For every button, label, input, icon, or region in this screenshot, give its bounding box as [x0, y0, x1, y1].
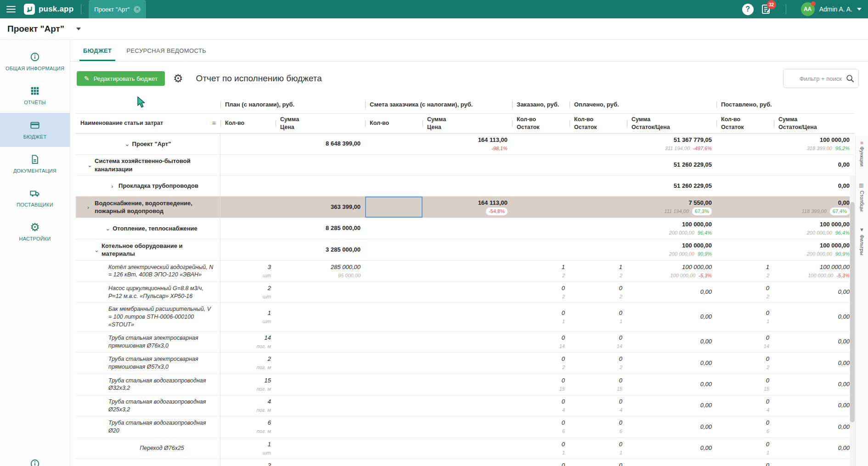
cell-opl_qty[interactable]: 014 [569, 331, 627, 352]
cell-plan_qty[interactable]: 2шт [220, 282, 276, 303]
cell-plan_sum[interactable] [276, 395, 365, 416]
row-name-cell[interactable]: Насос циркуляционный G=8.8 м3/ч, P=12 м.… [76, 282, 220, 303]
cell-plan_qty[interactable] [220, 239, 276, 260]
row-name-cell[interactable]: Труба стальная водогазопроводная Ø20 [76, 416, 220, 437]
group-header-cell[interactable] [76, 95, 220, 113]
cell-plan_sum[interactable] [276, 303, 365, 331]
cell-smeta_qty[interactable] [365, 353, 423, 373]
expand-icon[interactable]: › [111, 183, 118, 190]
cell-smeta_sum[interactable]: 164 113,00-54,8% [423, 197, 512, 218]
scrollbar-thumb[interactable] [850, 202, 855, 422]
tab-budget[interactable]: БЮДЖЕТ [76, 40, 119, 61]
cell-plan_sum[interactable] [276, 438, 365, 459]
cell-opl_sum[interactable]: 100 000,00200 000,0096,4% [627, 218, 716, 239]
row-name-cell[interactable]: ⌄Проект "Арт" [76, 134, 220, 154]
cell-smeta_sum[interactable] [423, 282, 512, 303]
row-name-cell[interactable]: ⌄Котельное оборудование и материалы [76, 239, 220, 260]
cell-plan_qty[interactable] [220, 197, 276, 218]
cell-opl_qty[interactable]: 06 [569, 416, 627, 437]
cell-opl_qty[interactable]: 04 [569, 395, 627, 416]
sidebar-item-info[interactable]: ОБЩАЯ ИНФОРМАЦИЯ [0, 45, 70, 79]
cell-smeta_qty[interactable] [365, 395, 423, 416]
cell-smeta_sum[interactable] [423, 155, 512, 175]
row-name-cell[interactable]: Труба стальная водогазопроводная Ø25х3,2 [76, 395, 220, 416]
cell-plan_qty[interactable] [220, 218, 276, 239]
column-header-plan_qty[interactable]: Кол-во [220, 114, 276, 133]
expand-icon[interactable]: ⌄ [94, 247, 101, 253]
cell-plan_qty[interactable] [220, 176, 276, 196]
cell-opl_sum[interactable]: 0,00 [627, 459, 716, 466]
cell-plan_qty[interactable]: 3шт [220, 261, 276, 281]
group-header-cell[interactable]: Смета заказчика (с налогами), руб. [365, 95, 512, 113]
cell-plan_qty[interactable]: 6пог. м [220, 416, 276, 437]
column-header-post_qty[interactable]: Кол-воОстаток [716, 114, 774, 133]
cell-plan_qty[interactable]: 1шт [220, 303, 276, 331]
project-switcher-caret[interactable] [76, 28, 81, 30]
menu-icon[interactable] [6, 6, 16, 12]
cell-post_qty[interactable]: 12 [716, 261, 774, 281]
cell-opl_qty[interactable]: 02 [569, 353, 627, 373]
cell-plan_sum[interactable] [276, 416, 365, 437]
cell-smeta_qty[interactable] [365, 239, 423, 260]
vertical-scrollbar[interactable] [850, 175, 855, 466]
cell-opl_sum[interactable]: 0,00 [627, 303, 716, 331]
expand-icon[interactable]: ⌄ [87, 162, 95, 168]
cell-plan_sum[interactable]: 285 000,0095 000,00 [276, 261, 365, 281]
row-name-cell[interactable]: Труба стальная водогазопроводная Ø32х3,2 [76, 374, 220, 395]
cell-smeta_sum[interactable] [423, 261, 512, 281]
cell-post_sum[interactable]: 0,00118 399,0067,4% [774, 197, 854, 218]
cell-opl_qty[interactable] [569, 197, 627, 218]
expand-icon[interactable]: › [87, 204, 95, 211]
cell-smeta_qty[interactable] [365, 416, 423, 437]
cell-plan_sum[interactable] [276, 176, 365, 196]
cell-plan_sum[interactable]: 3 285 000,00 [276, 239, 365, 260]
group-header-cell[interactable]: Поставлено, руб. [716, 95, 854, 113]
cell-post_qty[interactable]: 01 [716, 303, 774, 331]
cell-plan_sum[interactable] [276, 155, 365, 175]
cell-opl_qty[interactable] [569, 134, 627, 154]
cell-zak_qty[interactable]: 014 [512, 331, 569, 352]
cell-opl_sum[interactable]: 0,00 [627, 395, 716, 416]
cell-smeta_sum[interactable] [423, 374, 512, 395]
cell-opl_qty[interactable]: 12 [569, 261, 627, 281]
cell-opl_qty[interactable]: 015 [569, 374, 627, 395]
cell-plan_sum[interactable]: 363 399,00 [276, 197, 365, 218]
table-row[interactable]: Переход Ø76х251шт01010,00010,00 [76, 438, 854, 459]
row-name-cell[interactable]: ›Прокладка трубопроводов [76, 176, 220, 196]
cell-opl_sum[interactable]: 51 260 229,05 [627, 176, 716, 196]
cell-opl_qty[interactable]: 02 [569, 282, 627, 303]
cell-zak_qty[interactable] [512, 239, 569, 260]
cell-smeta_qty[interactable] [365, 303, 423, 331]
table-row[interactable]: ⌄Котельное оборудование и материалы3 285… [76, 239, 854, 260]
cell-post_sum[interactable]: 0,00 [774, 282, 854, 303]
cell-post_sum[interactable]: 0,00 [774, 353, 854, 373]
sidebar-item-doc[interactable]: ДОКУМЕНТАЦИЯ [0, 147, 70, 181]
group-header-cell[interactable]: План (с налогами), руб. [220, 95, 365, 113]
cell-smeta_qty[interactable] [365, 197, 423, 218]
cell-post_qty[interactable]: 02 [716, 353, 774, 373]
cell-post_sum[interactable]: 100 000,00100 000,00-5,3% [774, 261, 854, 281]
cell-smeta_sum[interactable] [423, 438, 512, 459]
search-icon[interactable] [845, 74, 855, 83]
cell-zak_qty[interactable]: 04 [512, 395, 569, 416]
cell-post_sum[interactable]: 0,00 [774, 395, 854, 416]
cell-plan_sum[interactable] [276, 353, 365, 373]
cell-smeta_qty[interactable] [365, 176, 423, 196]
cell-opl_qty[interactable]: 01 [569, 438, 627, 459]
cell-smeta_qty[interactable] [365, 155, 423, 175]
cell-post_qty[interactable]: 02 [716, 282, 774, 303]
row-name-cell[interactable]: Котёл электрический водогрейный, N = 126… [76, 261, 220, 281]
cell-smeta_sum[interactable] [423, 416, 512, 437]
table-row[interactable]: Труба стальная электросварная прямошовна… [76, 353, 854, 374]
cell-zak_qty[interactable]: 06 [512, 416, 569, 437]
cell-plan_qty[interactable]: 1шт [220, 438, 276, 459]
cell-post_sum[interactable]: 0,00 [774, 438, 854, 459]
cell-zak_qty[interactable] [512, 218, 569, 239]
column-header-smeta_qty[interactable]: Кол-во [365, 114, 423, 133]
cell-post_sum[interactable]: 0,00 [774, 331, 854, 352]
cell-post_qty[interactable]: 06 [716, 416, 774, 437]
column-header-zak_qty[interactable]: Кол-воОстаток [512, 114, 569, 133]
cell-plan_sum[interactable] [276, 282, 365, 303]
side-panel-tab-columns[interactable]: ▥Столбцы [859, 182, 865, 212]
cell-opl_sum[interactable]: 0,00 [627, 374, 716, 395]
